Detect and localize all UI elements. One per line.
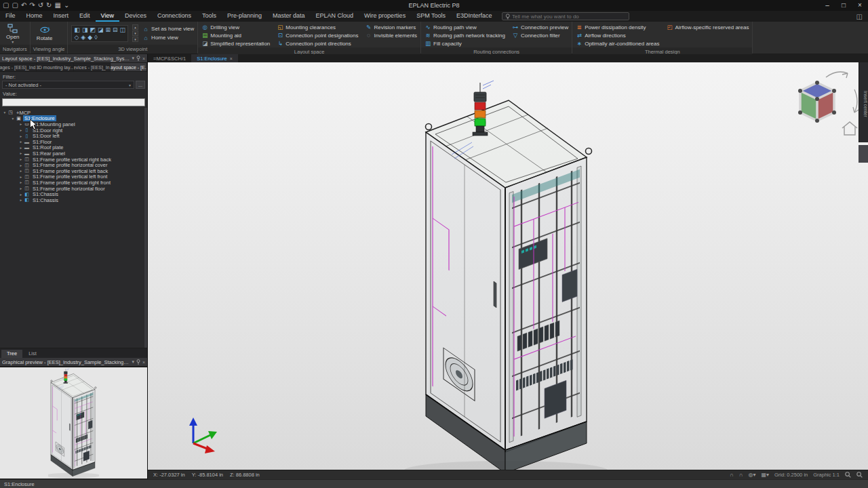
grid-icon[interactable]: ▦▾ [761, 472, 769, 478]
zoom-in-icon[interactable] [845, 472, 851, 478]
expander-icon[interactable]: ▸ [18, 140, 24, 144]
mounting-aid-button[interactable]: ▤Mounting aid [201, 32, 270, 39]
navigator-tab-1[interactable]: 3D mounting lay... [37, 63, 73, 71]
invisible-elements-button[interactable]: ◌Invisible elements [365, 32, 417, 39]
menu-tab-file[interactable]: File [0, 11, 21, 22]
panel-view-tab-tree[interactable]: Tree [1, 350, 22, 358]
pin-icon[interactable] [136, 359, 140, 365]
tree-item-s1-roof-plate[interactable]: ▸▬S1:Roof plate [0, 145, 147, 151]
properties-panel-icon[interactable]: ◫ [851, 11, 868, 22]
open-button[interactable]: Open ▾ [3, 24, 22, 43]
menu-tab-pre-planning[interactable]: Pre-planning [222, 11, 267, 22]
menu-tab-tools[interactable]: Tools [197, 11, 222, 22]
menu-tab-connections[interactable]: Connections [152, 11, 197, 22]
workspace-tab-mcp-sch-1[interactable]: =MCP&SCH/1 [148, 54, 191, 62]
object-snap-icon[interactable]: ∩ [739, 472, 743, 478]
revision-markers-button[interactable]: ✎Revision markers [365, 24, 417, 30]
expander-icon[interactable]: ▸ [18, 151, 24, 155]
search-box[interactable] [502, 12, 629, 20]
snap-icon[interactable]: ∩ [730, 472, 734, 478]
insert-center-handle[interactable] [859, 145, 868, 163]
coordinate-system-icon[interactable]: ◍▾ [748, 472, 755, 478]
pin-icon[interactable] [136, 56, 140, 61]
simplified-representation-button[interactable]: ◪Simplified representation [201, 40, 270, 47]
routing-path-network-tracking-button[interactable]: ≋Routing path network tracking [425, 32, 505, 39]
expander-icon[interactable]: ▸ [18, 146, 24, 150]
connection-point-designations-button[interactable]: ⊡Connection point designations [277, 32, 358, 39]
value-input[interactable] [2, 98, 145, 106]
close-tab-icon[interactable]: × [230, 56, 233, 61]
optimally-air-conditioned-areas-button[interactable]: ∗Optimally air-conditioned areas [576, 40, 659, 47]
tree-item-s1-door-right[interactable]: ▸▯S1:Door right [0, 127, 147, 134]
viewpoint-cube-icon[interactable]: ⊞ [106, 26, 111, 33]
tree-item-s1-floor[interactable]: ▸▬S1:Floor [0, 139, 147, 145]
menu-tab-eplan-cloud[interactable]: EPLAN Cloud [311, 11, 359, 22]
tree-item-s1-enclosure[interactable]: ▾▣S1:Enclosure [0, 116, 147, 122]
viewpoint-cube-icon[interactable]: ◨ [82, 26, 88, 33]
expander-icon[interactable]: ▸ [18, 180, 24, 184]
close-button[interactable]: × [852, 0, 868, 11]
gallery-spinner[interactable]: ▴▾▾ [132, 24, 138, 42]
tree-item-s1-door-left[interactable]: ▸▯S1:Door left [0, 133, 147, 139]
maximize-button[interactable]: □ [835, 0, 852, 11]
workspace-tab-s1-enclosure[interactable]: S1:Enclosure× [191, 54, 238, 62]
grid-size[interactable]: Grid: 0.2500 in [774, 472, 808, 478]
chevron-down-icon[interactable]: ▾ [132, 359, 134, 365]
viewpoint-cube-icon[interactable]: ◫ [120, 26, 126, 33]
menu-tab-spm-tools[interactable]: SPM Tools [411, 11, 451, 22]
connection-point-directions-button[interactable]: ↳Connection point directions [277, 40, 358, 47]
connection-filter-button[interactable]: ▽Connection filter [512, 32, 568, 39]
viewpoint-cube-icon[interactable]: ◩ [90, 26, 96, 33]
menu-tab-edit[interactable]: Edit [74, 11, 96, 22]
tree-scrollbar[interactable] [144, 108, 147, 348]
rotate-button[interactable]: Rotate [34, 25, 56, 41]
expander-icon[interactable]: ▸ [18, 163, 24, 167]
expander-icon[interactable]: ▸ [18, 192, 24, 197]
tree-item-s1-rear-panel[interactable]: ▸▬S1:Rear panel [0, 150, 147, 157]
mounting-clearances-button[interactable]: ◱Mounting clearances [277, 24, 358, 30]
expander-icon[interactable]: ▾ [10, 117, 16, 121]
menu-tab-wire-properties[interactable]: Wire properties [359, 11, 411, 22]
close-icon[interactable]: × [142, 360, 145, 365]
home-view-button[interactable]: ⌂Home view [142, 35, 194, 41]
expander-icon[interactable]: ▸ [18, 186, 24, 190]
menu-tab-view[interactable]: View [96, 11, 119, 22]
expander-icon[interactable]: ▸ [18, 198, 24, 202]
routing-path-view-button[interactable]: ∿Routing path view [425, 24, 505, 30]
filter-browse-button[interactable]: ... [136, 81, 145, 89]
tree-item-s1-frame-profile-vertical-right-front[interactable]: ▸◫S1:Frame profile vertical right front [0, 180, 147, 186]
expander-icon[interactable]: ▸ [18, 157, 24, 161]
set-as-home-view-button[interactable]: ⌂Set as home view [142, 26, 194, 33]
menu-tab-master-data[interactable]: Master data [267, 11, 311, 22]
expander-icon[interactable]: ▸ [18, 175, 24, 179]
expander-icon[interactable]: ▸ [18, 134, 24, 138]
viewpoint-cube-icon[interactable]: ◪ [98, 26, 104, 33]
navigator-tab-3[interactable]: Layout space - [E... [111, 63, 147, 71]
viewpoint-cube-icon[interactable]: ◊ [94, 34, 97, 41]
tree-item-s1-chassis[interactable]: ▸◧S1:Chassis [0, 191, 147, 197]
tree-item-s1-frame-profile-vertical-left-back[interactable]: ▸◫S1:Frame profile vertical left back [0, 168, 147, 174]
navigator-tab-0[interactable]: Pages - [EES]_Ind... [0, 63, 37, 71]
viewpoint-cube-icon[interactable]: ◆ [87, 34, 92, 41]
navigator-tab-2[interactable]: Devices - [EES]_In... [74, 63, 111, 71]
graphic-scale[interactable]: Graphic 1:1 [813, 472, 840, 478]
tree-item-s1-frame-profile-vertical-left-front[interactable]: ▸◫S1:Frame profile vertical left front [0, 174, 147, 180]
power-dissipation-density-button[interactable]: ≣Power dissipation density [576, 24, 659, 30]
tree-item-s1-frame-profile-horizontal-cover[interactable]: ▸◫S1:Frame profile horizontal cover [0, 162, 147, 168]
fill-capacity-button[interactable]: ▥Fill capacity [425, 40, 505, 47]
expander-icon[interactable]: ▾ [2, 110, 7, 115]
minimize-button[interactable]: – [819, 0, 835, 11]
viewpoint-cube-icon[interactable]: ⊟ [113, 26, 118, 33]
menu-tab-insert[interactable]: Insert [48, 11, 75, 22]
tree-item-s1-frame-profile-vertical-right-back[interactable]: ▸◫S1:Frame profile vertical right back [0, 157, 147, 163]
insert-center-tab[interactable]: Insert center [859, 62, 868, 142]
expander-icon[interactable]: ▸ [18, 128, 24, 132]
zoom-out-icon[interactable] [856, 472, 863, 478]
menu-tab-home[interactable]: Home [21, 11, 48, 22]
drilling-view-button[interactable]: ◎Drilling view [201, 24, 270, 30]
connection-preview-button[interactable]: ⊶Connection preview [512, 24, 568, 30]
airflow-directions-button[interactable]: ⇄Airflow directions [576, 32, 659, 39]
menu-tab-e3dinterface[interactable]: E3DInterface [451, 11, 498, 22]
expander-icon[interactable]: ▸ [18, 169, 24, 173]
tree-item-s1-mounting-panel[interactable]: ▸▭S1:Mounting panel [0, 121, 147, 127]
